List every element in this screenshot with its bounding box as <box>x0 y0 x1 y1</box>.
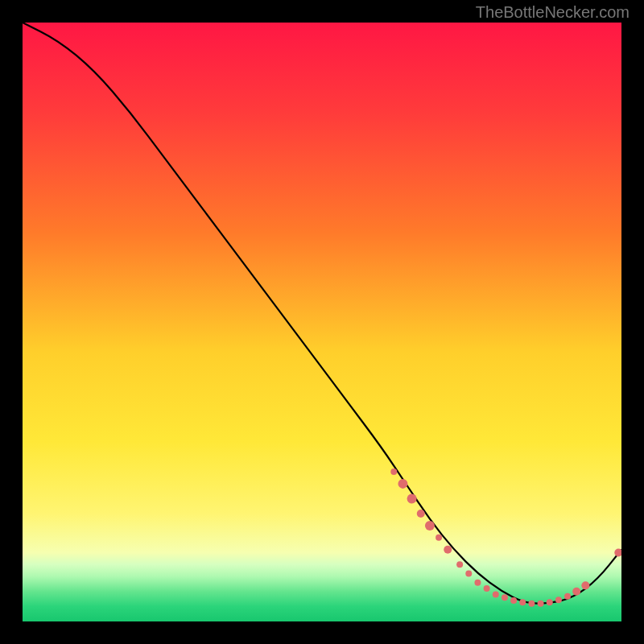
marker-dot <box>398 479 407 489</box>
marker-dot <box>564 593 571 600</box>
marker-dot <box>502 594 508 601</box>
marker-dot <box>444 546 452 554</box>
marker-dot <box>436 535 442 541</box>
marker-dot <box>484 585 490 592</box>
chart-container <box>23 23 621 621</box>
marker-dot <box>407 493 417 503</box>
marker-dot <box>510 597 517 604</box>
marker-dot <box>547 599 553 605</box>
chart-background <box>23 23 621 621</box>
marker-dot <box>538 601 544 607</box>
marker-dot <box>493 592 499 598</box>
marker-dot <box>555 597 562 603</box>
marker-dot <box>456 561 463 568</box>
marker-dot <box>528 601 535 607</box>
bottleneck-chart <box>23 23 621 621</box>
marker-dot <box>417 510 425 518</box>
marker-dot <box>390 469 397 475</box>
marker-dot <box>474 580 481 586</box>
marker-dot <box>581 581 589 589</box>
marker-dot <box>465 570 472 576</box>
marker-dot <box>519 599 526 605</box>
attribution-text: TheBottleNecker.com <box>476 3 630 22</box>
marker-dot <box>425 521 435 530</box>
marker-dot <box>572 588 580 596</box>
